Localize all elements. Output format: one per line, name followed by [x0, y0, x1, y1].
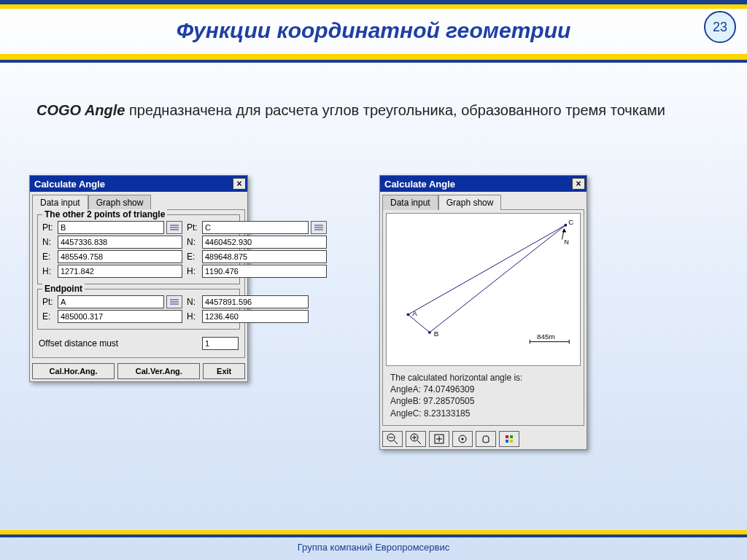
calculate-angle-dialog-graph: Calculate Angle × Data input Graph show … [379, 175, 587, 450]
svg-point-36 [462, 438, 464, 440]
group-endpoint: Endpoint Pt: E: N: H: [37, 289, 240, 330]
description-text: COGO Angle предназначена для расчета угл… [36, 102, 674, 119]
cal-ver-ang-button[interactable]: Cal.Ver.Ang. [117, 363, 200, 379]
endpoint-pt-input[interactable] [58, 295, 164, 308]
point-c-pt-input[interactable] [202, 221, 309, 234]
tab-data-input[interactable]: Data input [32, 195, 88, 210]
point-c-h-input[interactable] [202, 265, 327, 278]
point-c-e-input[interactable] [202, 250, 327, 263]
svg-point-13 [428, 331, 431, 334]
svg-text:845m: 845m [537, 332, 555, 341]
tab-graph-show[interactable]: Graph show [88, 195, 152, 210]
pick-list-icon[interactable] [166, 295, 182, 308]
svg-line-9 [408, 314, 429, 332]
graph-toolbar [380, 428, 587, 449]
svg-line-11 [408, 225, 565, 315]
label-h: H: [187, 311, 200, 322]
point-b-pt-input[interactable] [58, 221, 164, 234]
label-e: E: [187, 252, 200, 262]
label-pt: Pt: [42, 297, 55, 307]
group-endpoint-legend: Endpoint [42, 284, 85, 294]
slide-title: Функции координатной геометрии [0, 18, 747, 43]
exit-button[interactable]: Exit [203, 363, 245, 379]
label-e: E: [42, 252, 55, 262]
svg-point-12 [406, 313, 409, 316]
pick-list-icon[interactable] [166, 221, 182, 234]
label-pt: Pt: [187, 222, 200, 233]
point-b-h-input[interactable] [58, 265, 182, 278]
calculate-angle-dialog-data: Calculate Angle × Data input Graph show … [29, 175, 248, 382]
result-head: The calculated horizontal angle is: [390, 372, 576, 384]
label-e: E: [42, 311, 55, 322]
svg-rect-39 [506, 440, 508, 443]
svg-line-10 [430, 225, 565, 332]
point-c-n-input[interactable] [202, 236, 327, 249]
triangle-plot: A B C N 845m [387, 214, 580, 365]
point-b-e-input[interactable] [58, 250, 182, 263]
svg-point-14 [564, 224, 567, 227]
label-h: H: [42, 266, 55, 276]
pan-icon[interactable] [476, 431, 496, 447]
result-text: The calculated horizontal angle is: Angl… [386, 369, 581, 422]
zoom-out-icon[interactable] [382, 431, 403, 447]
tab-strip: Data input Graph show [380, 192, 587, 209]
endpoint-h-input[interactable] [202, 310, 309, 323]
endpoint-e-input[interactable] [58, 310, 182, 323]
pick-list-icon[interactable] [311, 221, 327, 234]
offset-input[interactable] [202, 337, 239, 350]
svg-marker-19 [562, 229, 566, 233]
zoom-extents-icon[interactable] [452, 431, 473, 447]
close-icon[interactable]: × [233, 178, 246, 190]
dialog-title: Calculate Angle [384, 179, 455, 190]
description-rest: предназначена для расчета углов треуголь… [125, 102, 665, 118]
group-other-points: The other 2 points of triangle Pt: N: E:… [37, 214, 240, 284]
label-pt: Pt: [42, 222, 55, 233]
svg-rect-40 [510, 440, 513, 443]
svg-line-26 [394, 440, 398, 444]
endpoint-n-input[interactable] [202, 295, 309, 308]
close-icon[interactable]: × [572, 178, 585, 190]
group-other-points-legend: The other 2 points of triangle [42, 209, 167, 219]
footer-text: Группа компаний Европромсервис [0, 542, 747, 553]
svg-text:A: A [412, 309, 417, 317]
label-n: N: [187, 237, 200, 247]
graph-canvas[interactable]: A B C N 845m [386, 213, 581, 366]
tab-strip: Data input Graph show [30, 192, 247, 209]
svg-text:C: C [568, 218, 573, 226]
svg-text:B: B [434, 330, 439, 338]
angle-c: AngleC: 8.23133185 [390, 408, 576, 419]
dialog-titlebar[interactable]: Calculate Angle × [30, 176, 247, 192]
offset-label: Offset distance must [39, 338, 196, 349]
zoom-window-icon[interactable] [429, 431, 449, 447]
tab-graph-show[interactable]: Graph show [438, 195, 502, 210]
description-lead: COGO Angle [36, 102, 125, 118]
svg-rect-37 [506, 435, 508, 438]
layers-icon[interactable] [499, 431, 519, 447]
dialog-titlebar[interactable]: Calculate Angle × [380, 176, 587, 192]
svg-text:N: N [564, 238, 568, 246]
svg-rect-38 [510, 435, 513, 438]
label-h: H: [187, 266, 200, 276]
dialog-title: Calculate Angle [34, 179, 105, 190]
label-n: N: [187, 297, 200, 307]
zoom-in-icon[interactable] [406, 431, 426, 447]
cal-hor-ang-button[interactable]: Cal.Hor.Ang. [32, 363, 115, 379]
label-n: N: [42, 237, 55, 247]
angle-b: AngleB: 97.28570505 [390, 395, 576, 407]
tab-data-input[interactable]: Data input [382, 195, 438, 210]
point-b-n-input[interactable] [58, 236, 182, 249]
page-number-badge: 23 [704, 11, 736, 43]
angle-a: AngleA: 74.07496309 [390, 384, 576, 395]
svg-line-29 [417, 440, 421, 444]
